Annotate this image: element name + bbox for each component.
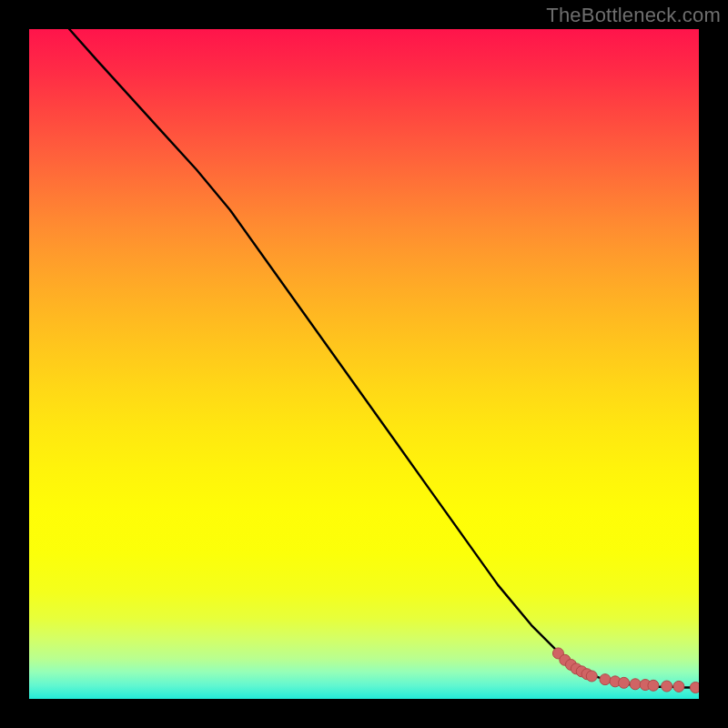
bottleneck-point (630, 679, 641, 690)
watermark-text: TheBottleneck.com (546, 4, 721, 27)
bottleneck-point (648, 680, 659, 691)
bottleneck-curve (69, 29, 699, 687)
bottleneck-point (662, 681, 672, 692)
bottleneck-point (586, 671, 597, 682)
bottleneck-markers (552, 648, 699, 693)
bottleneck-point (690, 682, 699, 693)
chart-stage: TheBottleneck.com (0, 0, 728, 728)
plot-area (29, 29, 699, 699)
bottleneck-point (619, 677, 630, 688)
bottleneck-point (673, 681, 684, 692)
chart-overlay-svg (29, 29, 699, 699)
bottleneck-point (600, 674, 611, 685)
